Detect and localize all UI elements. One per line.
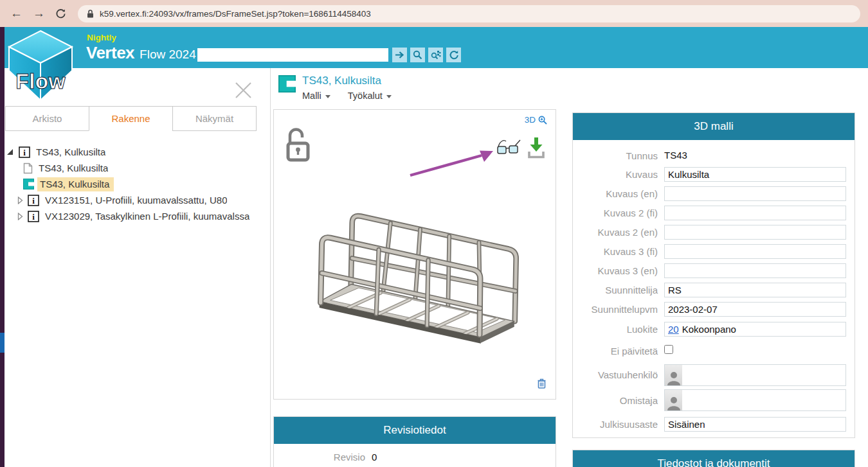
brand: Vertex Flow 2024: [86, 43, 196, 63]
browser-toolbar: ← → k59.vertex.fi:24093/vx/frames/DsFram…: [0, 0, 868, 27]
flow-logo[interactable]: Flow: [5, 30, 76, 104]
revision-label: Revisio: [274, 452, 372, 463]
url-text: k59.vertex.fi:24093/vx/frames/DsFrameSet…: [100, 9, 371, 19]
header-buttons: [392, 48, 461, 62]
flow-logo-text: Flow: [15, 69, 66, 93]
revision-row: Revisio 0: [274, 452, 556, 463]
kuvaus2-en-input[interactable]: [664, 225, 846, 240]
tree-label[interactable]: VX123151, U-Profiili, kuumavalssattu, U8…: [45, 195, 227, 206]
tree-row-document[interactable]: TS43, Kulkusilta: [5, 160, 265, 176]
tab-arkisto[interactable]: Arkisto: [5, 106, 89, 131]
tree-row-part1[interactable]: i VX123151, U-Profiili, kuumavalssattu, …: [5, 192, 265, 208]
svg-text:i: i: [23, 148, 26, 157]
structure-tree: i TS43, Kulkusilta TS43, Kulkusilta TS43…: [5, 144, 265, 224]
field-ei-paiviteta: Ei päivitetä: [573, 339, 854, 362]
files-documents-card: Tiedostot ja dokumentit: [572, 450, 855, 467]
suunnittelija-input[interactable]: [664, 283, 846, 297]
tunnus-value: TS43: [664, 150, 687, 161]
menu-malli[interactable]: Malli: [302, 91, 330, 101]
refresh-icon: [449, 50, 459, 60]
luokite-code-link[interactable]: 20: [668, 324, 679, 335]
revisions-header: Revisiotiedot: [274, 417, 556, 444]
kuvaus2-fi-input[interactable]: [664, 206, 846, 220]
address-bar[interactable]: k59.vertex.fi:24093/vx/frames/DsFrameSet…: [78, 5, 860, 22]
kuvaus-en-input[interactable]: [664, 186, 846, 201]
annotation-arrow: [408, 148, 498, 182]
nightly-badge: Nightly: [87, 33, 116, 42]
files-documents-header: Tiedostot ja dokumentit: [573, 450, 854, 467]
field-kuvaus2-en: Kuvaus 2 (en): [573, 222, 854, 242]
advanced-search-button[interactable]: [428, 48, 443, 62]
info-item-icon: i: [28, 211, 39, 222]
field-suunnittelija: Suunnittelija: [573, 280, 854, 299]
zoom-in-icon: [538, 116, 547, 125]
model-3d-thumbnail[interactable]: [298, 204, 527, 349]
history-refresh-button[interactable]: [446, 48, 461, 62]
julkisuusaste-input[interactable]: [664, 417, 846, 432]
tree-row-root[interactable]: i TS43, Kulkusilta: [5, 144, 265, 160]
person-avatar-icon: [665, 365, 682, 385]
app-header: Nightly Vertex Flow 2024: [5, 27, 868, 68]
tree-label[interactable]: VX123029, Tasakylkinen L-Profiili, kuuma…: [45, 211, 249, 222]
field-vastuuhenkilo: Vastuuhenkilö: [573, 362, 854, 387]
model-preview-card: 3D: [273, 109, 556, 400]
close-panel-icon[interactable]: [234, 81, 253, 102]
brand-name: Vertex: [86, 43, 134, 63]
luokite-value: Kokoonpano: [682, 324, 736, 335]
info-item-icon: i: [28, 195, 39, 206]
tab-rakenne[interactable]: Rakenne: [89, 106, 173, 131]
panel-divider: [270, 68, 271, 467]
component-icon-large: [278, 75, 296, 95]
svg-text:i: i: [32, 196, 35, 206]
search-button[interactable]: [410, 48, 425, 62]
product-name: Flow 2024: [140, 48, 196, 62]
search-icon: [413, 50, 422, 60]
tree-label[interactable]: TS43, Kulkusilta: [39, 163, 108, 173]
model-details-header: 3D malli: [573, 113, 854, 140]
suunnittelupvm-input[interactable]: [664, 302, 846, 317]
menu-tyokalut[interactable]: Työkalut: [348, 91, 392, 101]
revisions-card: Revisiotiedot Revisio 0: [273, 416, 556, 467]
kuvaus3-fi-input[interactable]: [664, 244, 846, 259]
document-icon: [23, 163, 33, 174]
kuvaus3-en-input[interactable]: [664, 263, 846, 278]
download-icon[interactable]: [527, 137, 545, 162]
tree-label-selected[interactable]: TS43, Kulkusilta: [37, 177, 114, 191]
unlocked-icon[interactable]: [286, 128, 310, 164]
chevron-down-icon: [325, 95, 330, 98]
omistaja-picker[interactable]: [664, 389, 846, 411]
desktop-edge-strip: [0, 27, 5, 467]
ei-paiviteta-checkbox[interactable]: [664, 345, 673, 354]
open-3d-viewer-button[interactable]: 3D: [525, 115, 547, 125]
back-icon[interactable]: ←: [10, 6, 23, 21]
luokite-box[interactable]: 20 Kokoonpano: [664, 322, 846, 337]
page-title: TS43, Kulkusilta: [302, 75, 381, 87]
field-kuvaus: Kuvaus: [573, 164, 854, 184]
field-kuvaus3-en: Kuvaus 3 (en): [573, 261, 854, 280]
global-search-input[interactable]: [197, 48, 388, 62]
left-panel-tabs: Arkisto Rakenne Näkymät: [5, 106, 257, 131]
reload-icon[interactable]: [55, 8, 66, 19]
advanced-search-icon: [431, 50, 441, 60]
tree-label[interactable]: TS43, Kulkusilta: [36, 146, 105, 157]
tab-nakymat[interactable]: Näkymät: [172, 106, 257, 131]
arrow-right-icon: [395, 51, 404, 59]
field-suunnittelupvm: Suunnittelupvm: [573, 299, 854, 319]
caret-collapsed-icon[interactable]: [17, 213, 23, 220]
svg-text:i: i: [32, 212, 35, 222]
caret-expanded-icon[interactable]: [6, 148, 14, 155]
component-icon: [23, 179, 34, 189]
caret-collapsed-icon[interactable]: [17, 197, 23, 204]
vastuuhenkilo-picker[interactable]: [664, 364, 846, 386]
delete-trash-icon[interactable]: [538, 378, 546, 391]
field-tunnus: Tunnus TS43: [573, 146, 854, 164]
forward-icon[interactable]: →: [33, 6, 45, 21]
search-go-button[interactable]: [392, 48, 407, 62]
tree-row-model-selected[interactable]: TS43, Kulkusilta: [5, 176, 265, 192]
tree-row-part2[interactable]: i VX123029, Tasakylkinen L-Profiili, kuu…: [5, 208, 265, 224]
desktop-edge-accent: [0, 333, 5, 353]
kuvaus-input[interactable]: [664, 167, 846, 182]
view-glasses-icon[interactable]: [496, 138, 523, 160]
field-kuvaus3-fi: Kuvaus 3 (fi): [573, 242, 854, 261]
revision-value: 0: [372, 452, 377, 463]
